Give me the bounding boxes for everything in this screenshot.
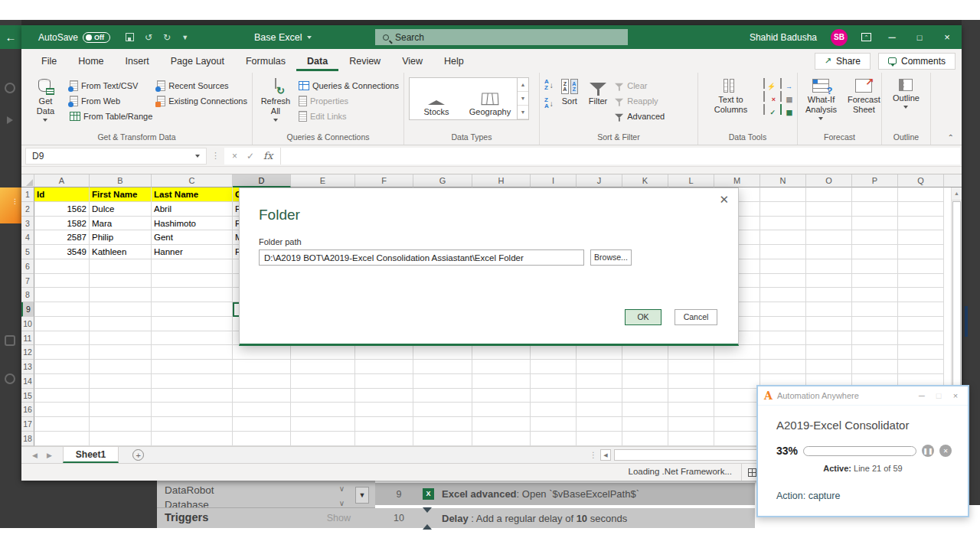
cancel-button[interactable]: Cancel <box>675 309 717 325</box>
row-header-7[interactable]: 7 <box>21 274 34 289</box>
cell-L17[interactable] <box>668 417 714 432</box>
cell-G13[interactable] <box>413 360 472 374</box>
cell-P7[interactable] <box>852 274 898 289</box>
cell-J13[interactable] <box>577 360 622 374</box>
ok-button[interactable]: OK <box>625 309 662 325</box>
cell-M12[interactable] <box>714 345 760 360</box>
reapply-filter-button[interactable]: Reapply <box>615 94 665 107</box>
cell-C12[interactable] <box>152 345 233 360</box>
cell-Q2[interactable] <box>898 202 944 217</box>
cell-I16[interactable] <box>531 403 577 417</box>
cell-Q5[interactable] <box>898 245 944 259</box>
search-input[interactable]: Search <box>375 29 628 45</box>
rail-bell-icon[interactable] <box>5 335 15 346</box>
gallery-scrollbar[interactable]: ▲ ▼ ▼ <box>517 78 528 119</box>
cell-C6[interactable] <box>152 259 233 274</box>
cell-N5[interactable] <box>760 245 806 259</box>
edit-links-button[interactable]: Edit Links <box>299 109 399 122</box>
tab-view[interactable]: View <box>391 51 433 71</box>
cell-K18[interactable] <box>622 432 668 446</box>
cell-Q9[interactable] <box>898 302 944 317</box>
cell-H15[interactable] <box>472 389 531 403</box>
cell-P3[interactable] <box>852 217 898 231</box>
filter-button[interactable]: Filter <box>586 77 610 108</box>
document-title[interactable]: Base Excel <box>254 32 312 43</box>
panel-item-datarobot[interactable]: DataRobot ∨ <box>165 484 345 496</box>
cell-Q8[interactable] <box>898 288 944 302</box>
cell-H17[interactable] <box>472 417 531 432</box>
cell-L12[interactable] <box>668 345 714 360</box>
cell-A14[interactable] <box>34 374 90 389</box>
consolidate-button[interactable]: → <box>780 79 792 90</box>
cell-E15[interactable] <box>291 389 355 403</box>
cell-K14[interactable] <box>622 374 668 389</box>
cell-P13[interactable] <box>852 360 898 374</box>
cell-E14[interactable] <box>291 374 355 389</box>
sheet-prev-icon[interactable]: ◀ <box>32 452 38 459</box>
row-header-1[interactable]: 1 <box>21 187 34 202</box>
cell-A12[interactable] <box>34 345 90 360</box>
browse-button[interactable]: Browse... <box>590 249 632 266</box>
cell-P5[interactable] <box>852 245 898 259</box>
cell-H14[interactable] <box>472 374 531 389</box>
cell-D18[interactable] <box>233 432 291 446</box>
autosave-control[interactable]: AutoSave Off <box>38 32 110 43</box>
cell-E12[interactable] <box>291 345 355 360</box>
cell-N7[interactable] <box>760 274 806 289</box>
column-header-P[interactable]: P <box>852 174 898 187</box>
column-header-G[interactable]: G <box>413 174 472 187</box>
cell-D14[interactable] <box>233 374 291 389</box>
cell-I18[interactable] <box>531 432 577 446</box>
cell-K13[interactable] <box>622 360 668 374</box>
column-header-C[interactable]: C <box>152 174 233 187</box>
cell-C8[interactable] <box>152 288 233 302</box>
column-header-N[interactable]: N <box>760 174 806 187</box>
save-icon[interactable] <box>126 33 134 41</box>
cell-J12[interactable] <box>577 345 622 360</box>
cell-F17[interactable] <box>355 417 413 432</box>
rail-user-icon[interactable] <box>5 373 15 384</box>
undo-icon[interactable]: ↺ <box>145 32 152 43</box>
cell-G17[interactable] <box>413 417 472 432</box>
cell-N9[interactable] <box>760 302 806 317</box>
queries-connections-button[interactable]: Queries & Connections <box>299 79 399 92</box>
cell-N12[interactable] <box>760 345 806 360</box>
text-to-columns-button[interactable]: Text to Columns <box>703 77 759 116</box>
clear-filter-button[interactable]: Clear <box>615 79 665 92</box>
advanced-filter-button[interactable]: Advanced <box>615 109 665 122</box>
cell-N8[interactable] <box>760 288 806 302</box>
cell-C9[interactable] <box>152 302 233 317</box>
cell-B10[interactable] <box>90 317 152 331</box>
cell-B15[interactable] <box>90 389 152 403</box>
aa-minimize-button[interactable]: ─ <box>916 391 928 400</box>
bot-line-9[interactable]: 9 X Excel advanced: Open `$vBaseExcelPat… <box>375 483 755 505</box>
row-header-5[interactable]: 5 <box>21 245 34 259</box>
cell-N6[interactable] <box>760 259 806 274</box>
column-header-L[interactable]: L <box>668 174 714 187</box>
scroll-up-icon[interactable]: ▲ <box>952 187 962 201</box>
row-header-12[interactable]: 12 <box>21 345 34 360</box>
cell-C10[interactable] <box>152 317 233 331</box>
cell-C5[interactable]: Hanner <box>152 245 233 259</box>
column-header-M[interactable]: M <box>714 174 760 187</box>
cell-O7[interactable] <box>806 274 852 289</box>
cell-K12[interactable] <box>622 345 668 360</box>
tab-data[interactable]: Data <box>296 51 338 71</box>
cell-O8[interactable] <box>806 288 852 302</box>
cell-N2[interactable] <box>760 202 806 217</box>
column-header-O[interactable]: O <box>806 174 852 187</box>
tab-file[interactable]: File <box>31 51 67 71</box>
from-text-csv-button[interactable]: From Text/CSV <box>70 79 152 92</box>
cell-O12[interactable] <box>806 345 852 360</box>
cell-D15[interactable] <box>233 389 291 403</box>
row-header-10[interactable]: 10 <box>21 317 34 331</box>
cell-H13[interactable] <box>472 360 531 374</box>
cell-Q1[interactable] <box>898 187 944 202</box>
recent-sources-button[interactable]: Recent Sources <box>157 79 247 92</box>
refresh-all-button[interactable]: ↻ Refresh All <box>257 77 294 123</box>
cell-J14[interactable] <box>577 374 622 389</box>
cell-I17[interactable] <box>531 417 577 432</box>
rail-logo-icon[interactable] <box>5 83 15 93</box>
cell-O4[interactable] <box>806 230 852 245</box>
cell-H12[interactable] <box>472 345 531 360</box>
